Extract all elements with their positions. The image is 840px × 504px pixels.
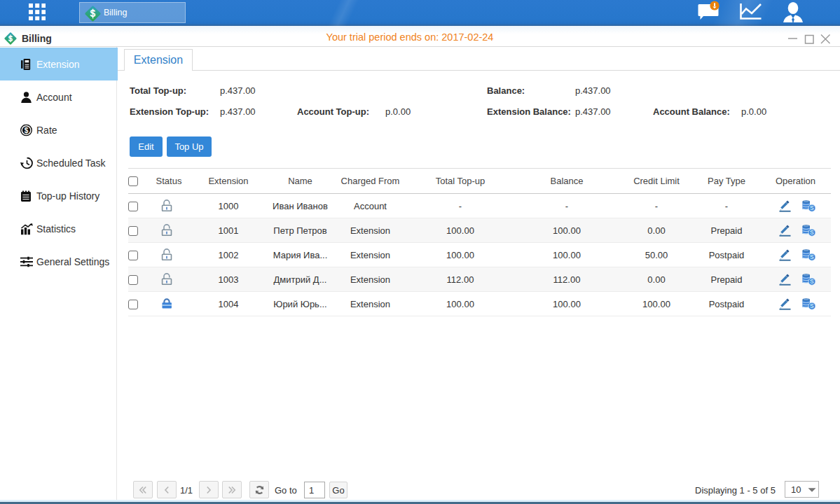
svg-text:S: S — [810, 229, 814, 236]
svg-text:S: S — [810, 204, 814, 211]
svg-text:$: $ — [90, 8, 96, 19]
svg-text:S: S — [810, 253, 814, 260]
svg-text:$: $ — [25, 126, 29, 134]
svg-text:S: S — [810, 278, 814, 285]
svg-text:S: S — [810, 302, 814, 309]
